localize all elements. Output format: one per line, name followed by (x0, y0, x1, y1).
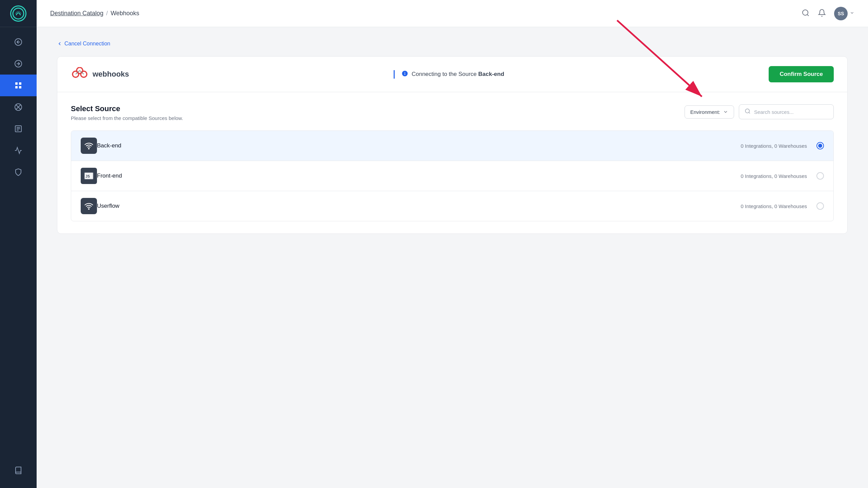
sidebar (0, 0, 37, 488)
sidebar-logo (0, 0, 37, 27)
webhook-logo-icon (71, 67, 88, 81)
sidebar-item-analytics[interactable] (0, 140, 37, 161)
select-source-subtitle: Please select from the compatible Source… (71, 115, 183, 121)
svg-line-28 (749, 112, 750, 113)
sidebar-item-reports[interactable] (0, 118, 37, 140)
avatar-chevron-icon (850, 11, 854, 17)
source-meta-userflow: 0 Integrations, 0 Warehouses (741, 203, 807, 209)
card-header: webhooks Connecting to the (57, 57, 847, 92)
breadcrumb: Destination Catalog / Webhooks (50, 10, 139, 17)
svg-rect-7 (15, 86, 18, 88)
source-radio-frontend[interactable] (816, 172, 824, 180)
breadcrumb-current: Webhooks (111, 10, 139, 17)
webhook-brand-name: webhooks (93, 70, 129, 79)
userflow-icon (81, 198, 97, 214)
header-actions: SS (802, 7, 854, 20)
svg-point-0 (13, 8, 24, 19)
card-body: Select Source Please select from the com… (57, 92, 847, 233)
svg-rect-8 (19, 86, 21, 88)
backend-icon (81, 138, 97, 154)
sidebar-bottom (14, 460, 22, 488)
sidebar-item-dashboard[interactable] (0, 75, 37, 96)
svg-text:JS: JS (85, 174, 90, 179)
sidebar-item-connections-out[interactable] (0, 53, 37, 75)
connecting-info: Connecting to the Source Back-end (394, 70, 504, 79)
frontend-icon: JS (81, 168, 97, 184)
select-source-title: Select Source (71, 104, 183, 113)
environment-dropdown[interactable]: Environment: (685, 105, 734, 119)
source-item-backend[interactable]: Back-end 0 Integrations, 0 Warehouses (71, 131, 833, 161)
source-radio-userflow[interactable] (816, 202, 824, 210)
logo-icon (10, 5, 26, 22)
cancel-connection-link[interactable]: Cancel Connection (57, 41, 848, 47)
breadcrumb-parent[interactable]: Destination Catalog (50, 10, 103, 17)
select-source-header: Select Source Please select from the com… (71, 104, 834, 121)
breadcrumb-separator: / (106, 10, 108, 17)
main-card: webhooks Connecting to the (57, 56, 848, 234)
svg-point-16 (803, 10, 808, 15)
filter-controls: Environment: (685, 104, 834, 119)
source-name-backend: Back-end (97, 142, 741, 149)
webhook-brand: webhooks (71, 67, 129, 81)
source-name-frontend: Front-end (97, 172, 741, 179)
confirm-source-button[interactable]: Confirm Source (769, 66, 834, 82)
select-source-title-area: Select Source Please select from the com… (71, 104, 183, 121)
search-input[interactable] (754, 109, 828, 115)
sidebar-item-integrations[interactable] (0, 96, 37, 118)
svg-point-27 (745, 109, 749, 113)
user-avatar-wrapper[interactable]: SS (834, 7, 854, 20)
page-content: Cancel Connection (37, 27, 868, 488)
search-box (739, 104, 834, 119)
main-card-wrapper: webhooks Connecting to the (57, 56, 848, 234)
sidebar-item-connections-in[interactable] (0, 31, 37, 53)
notification-icon[interactable] (818, 9, 826, 18)
svg-rect-5 (15, 82, 18, 85)
source-radio-backend[interactable] (816, 142, 824, 149)
connecting-text: Connecting to the Source Back-end (412, 71, 504, 78)
svg-rect-6 (19, 82, 21, 85)
source-name-userflow: Userflow (97, 203, 741, 209)
sidebar-item-security[interactable] (0, 161, 37, 183)
source-item-frontend[interactable]: JS Front-end 0 Integrations, 0 Warehouse… (71, 161, 833, 191)
source-item-userflow[interactable]: Userflow 0 Integrations, 0 Warehouses (71, 191, 833, 221)
search-icon[interactable] (802, 9, 810, 18)
svg-point-29 (88, 148, 89, 149)
app-header: Destination Catalog / Webhooks SS (37, 0, 868, 27)
source-list: Back-end 0 Integrations, 0 Warehouses JS (71, 130, 834, 221)
main-area: Destination Catalog / Webhooks SS (37, 0, 868, 488)
source-meta-backend: 0 Integrations, 0 Warehouses (741, 143, 807, 149)
svg-line-17 (807, 14, 809, 16)
svg-point-26 (405, 72, 405, 73)
avatar: SS (834, 7, 848, 20)
info-icon (401, 70, 408, 79)
search-icon (745, 108, 751, 116)
svg-point-32 (88, 209, 89, 209)
source-meta-frontend: 0 Integrations, 0 Warehouses (741, 173, 807, 179)
sidebar-item-docs[interactable] (14, 460, 22, 481)
sidebar-nav (0, 27, 37, 460)
